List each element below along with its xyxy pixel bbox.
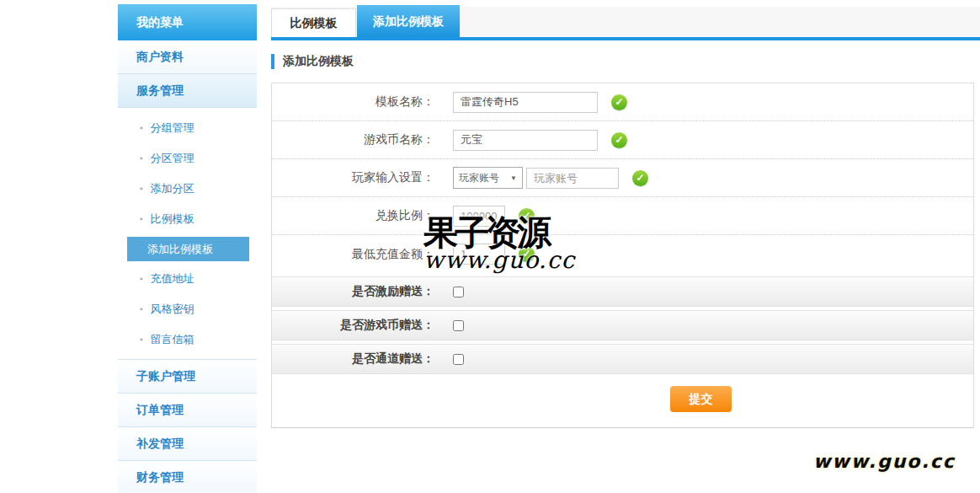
exchange-ratio-label: 兑换比例： [272, 208, 434, 223]
sidebar: 我的菜单 商户资料 服务管理 分组管理 分区管理 添加分区 比例模板 添加比例模… [118, 4, 257, 493]
main-content: 比例模板 添加比例模板 添加比例模板 模板名称： 游戏币名称： 玩家输入设置： [271, 0, 980, 428]
form-row-min-recharge: 最低充值金额： [272, 235, 973, 273]
sidebar-subitem-group-management[interactable]: 分组管理 [118, 113, 257, 143]
section-header: 添加比例模板 [271, 40, 980, 83]
sidebar-subitem-message-box[interactable]: 留言信箱 [118, 324, 257, 355]
currency-name-input[interactable] [453, 130, 598, 151]
sidebar-item-merchant-info[interactable]: 商户资料 [118, 40, 257, 74]
form-row-currency-gift: 是否游戏币赠送： [272, 310, 973, 340]
page-title: 添加比例模板 [283, 54, 354, 69]
form-row-channel-gift: 是否通道赠送： [272, 344, 973, 374]
form-row-player-input-setting: 玩家输入设置： 玩家账号 ▼ [272, 159, 973, 197]
channel-gift-label: 是否通道赠送： [272, 351, 434, 367]
tab-ratio-template[interactable]: 比例模板 [271, 8, 356, 37]
tab-bar: 比例模板 添加比例模板 [271, 7, 980, 37]
add-ratio-template-form: 模板名称： 游戏币名称： 玩家输入设置： 玩家账号 ▼ [271, 83, 974, 428]
incentive-gift-label: 是否激励赠送： [272, 284, 434, 299]
sidebar-subitem-recharge-address[interactable]: 充值地址 [118, 264, 257, 294]
sidebar-item-reissue-management[interactable]: 补发管理 [118, 427, 257, 461]
sidebar-submenu: 分组管理 分区管理 添加分区 比例模板 添加比例模板 充值地址 风格密钥 留言信… [118, 108, 257, 360]
currency-gift-label: 是否游戏币赠送： [272, 318, 434, 333]
submit-button[interactable]: 提交 [670, 386, 732, 412]
valid-check-icon [519, 246, 535, 262]
sidebar-item-subaccount-management[interactable]: 子账户管理 [118, 360, 257, 394]
player-input-type-value: 玩家账号 [459, 171, 499, 185]
sidebar-subitem-zone-management[interactable]: 分区管理 [118, 143, 257, 174]
form-row-currency-name: 游戏币名称： [272, 121, 973, 159]
currency-gift-checkbox[interactable] [453, 320, 464, 331]
title-accent-bar [271, 54, 274, 69]
exchange-ratio-input[interactable] [453, 206, 505, 227]
sidebar-item-order-management[interactable]: 订单管理 [118, 394, 257, 427]
valid-check-icon [611, 132, 627, 148]
sidebar-subitem-add-zone[interactable]: 添加分区 [118, 174, 257, 204]
corner-watermark: www.guo.cc [813, 451, 956, 472]
player-input-setting-label: 玩家输入设置： [272, 170, 434, 185]
valid-check-icon [632, 170, 648, 186]
sidebar-subitem-style-key[interactable]: 风格密钥 [118, 294, 257, 324]
form-row-template-name: 模板名称： [272, 83, 973, 121]
sidebar-subitem-ratio-template[interactable]: 比例模板 [118, 204, 257, 234]
valid-check-icon [519, 208, 535, 224]
sidebar-item-service-management[interactable]: 服务管理 [118, 74, 257, 108]
template-name-label: 模板名称： [272, 94, 434, 110]
template-name-input[interactable] [453, 92, 598, 113]
tab-add-ratio-template[interactable]: 添加比例模板 [357, 5, 460, 37]
form-row-incentive-gift: 是否激励赠送： [272, 276, 973, 307]
min-recharge-label: 最低充值金额： [272, 247, 434, 262]
form-row-exchange-ratio: 兑换比例： [272, 197, 973, 235]
sidebar-subitem-add-ratio-template[interactable]: 添加比例模板 [127, 237, 249, 261]
form-submit-row: 提交 [272, 374, 973, 427]
sidebar-header: 我的菜单 [118, 4, 257, 40]
player-account-input[interactable] [526, 168, 619, 189]
sidebar-item-finance-management[interactable]: 财务管理 [118, 461, 257, 493]
min-recharge-input[interactable] [453, 244, 505, 265]
player-input-type-select[interactable]: 玩家账号 ▼ [453, 167, 523, 189]
chevron-down-icon: ▼ [510, 174, 517, 182]
valid-check-icon [611, 94, 627, 110]
currency-name-label: 游戏币名称： [272, 132, 434, 147]
channel-gift-checkbox[interactable] [453, 354, 464, 365]
incentive-gift-checkbox[interactable] [453, 287, 464, 297]
